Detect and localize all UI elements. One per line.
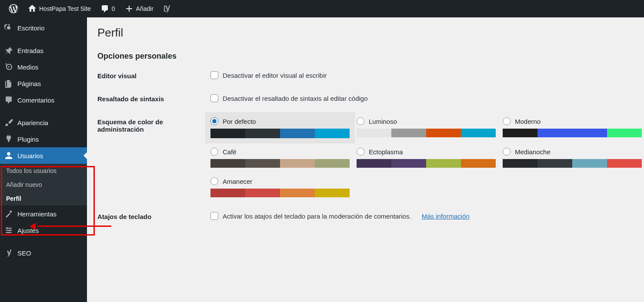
radio-input[interactable] [503, 148, 511, 156]
site-home-link[interactable]: HostPapa Test Site [23, 0, 95, 17]
color-swatches [503, 129, 642, 137]
wp-logo-button[interactable] [4, 0, 23, 17]
scheme-label: Luminoso [369, 118, 397, 125]
color-swatches [210, 159, 350, 168]
menu-label: Usuarios [17, 152, 43, 159]
label-shortcuts: Atajos de teclado [97, 212, 210, 220]
color-swatches [357, 159, 496, 168]
scheme-label: Ectoplasma [369, 148, 403, 156]
checkbox-label: Activar los atajos del teclado para la m… [223, 212, 411, 220]
menu-label: Plugins [17, 136, 39, 143]
scheme-sunrise[interactable]: Amanecer [210, 177, 350, 197]
color-swatches [210, 189, 350, 197]
yoast-link[interactable] [159, 0, 176, 17]
shortcuts-more-link[interactable]: Más información [422, 212, 470, 220]
color-swatches [503, 159, 642, 168]
row-syntax: Resaltado de sintaxis Desactivar el resa… [97, 94, 634, 103]
sliders-icon [4, 226, 13, 235]
comments-link[interactable]: 0 [96, 0, 120, 17]
menu-separator [0, 108, 87, 114]
menu-plugins[interactable]: Plugins [0, 131, 87, 147]
pin-icon [4, 46, 13, 55]
plugin-icon [4, 135, 13, 143]
wrench-icon [4, 209, 13, 218]
checkbox-row-shortcuts[interactable]: Activar los atajos del teclado para la m… [210, 212, 634, 220]
scheme-label: Amanecer [223, 178, 252, 185]
plus-icon [125, 4, 133, 13]
section-title-personal: Opciones personales [97, 52, 634, 61]
menu-label: Comentarios [17, 96, 54, 104]
menu-seo[interactable]: SEO [0, 245, 87, 261]
menu-settings[interactable]: Ajustes [0, 222, 87, 239]
color-scheme-grid: Por defecto Luminoso Moderno Café Ectopl… [210, 117, 642, 197]
media-icon [4, 63, 13, 71]
submenu-profile[interactable]: Perfil [0, 192, 87, 206]
checkbox-label: Desactivar el resaltado de sintaxis al e… [223, 95, 368, 102]
submenu-add-new-user[interactable]: Añadir nuevo [0, 178, 87, 192]
scheme-label: Medianoche [515, 148, 551, 156]
menu-label: Ajustes [17, 227, 39, 234]
comment-icon [4, 96, 13, 104]
scheme-ectoplasm[interactable]: Ectoplasma [357, 148, 496, 168]
add-new-link[interactable]: Añadir [120, 0, 158, 17]
users-submenu: Todos los usuarios Añadir nuevo Perfil [0, 164, 87, 206]
row-visual-editor: Editor visual Desactivar el editor visua… [97, 71, 634, 80]
menu-label: Herramientas [17, 210, 57, 218]
radio-input[interactable] [210, 117, 218, 125]
label-syntax: Resaltado de sintaxis [97, 94, 210, 103]
wordpress-icon [9, 4, 18, 13]
submenu-all-users[interactable]: Todos los usuarios [0, 164, 87, 178]
main-content: Perfil Opciones personales Editor visual… [87, 17, 644, 302]
checkbox-label: Desactivar el editor visual al escribir [223, 72, 327, 79]
radio-input[interactable] [357, 117, 364, 125]
checkbox-input[interactable] [210, 71, 218, 79]
label-visual-editor: Editor visual [97, 71, 210, 80]
svg-point-2 [7, 232, 9, 233]
menu-comments[interactable]: Comentarios [0, 92, 87, 108]
scheme-coffee[interactable]: Café [210, 148, 350, 168]
scheme-light[interactable]: Luminoso [357, 117, 496, 138]
checkbox-input[interactable] [210, 212, 218, 220]
page-title: Perfil [97, 26, 634, 40]
brush-icon [4, 118, 13, 127]
home-icon [28, 4, 37, 13]
menu-label: Apariencia [17, 119, 48, 126]
menu-label: Medios [17, 63, 38, 71]
menu-label: SEO [17, 249, 31, 257]
yoast-icon [163, 4, 172, 13]
page-icon [4, 79, 13, 88]
radio-input[interactable] [357, 148, 364, 156]
checkbox-row-syntax[interactable]: Desactivar el resaltado de sintaxis al e… [210, 94, 634, 102]
row-color-scheme: Esquema de color de administración Por d… [97, 117, 634, 197]
color-swatches [357, 129, 496, 137]
menu-posts[interactable]: Entradas [0, 42, 87, 59]
scheme-midnight[interactable]: Medianoche [503, 148, 642, 168]
yoast-icon [4, 249, 13, 257]
label-color-scheme: Esquema de color de administración [97, 117, 210, 133]
scheme-label: Por defecto [223, 118, 256, 125]
scheme-modern[interactable]: Moderno [503, 117, 642, 138]
comment-icon [100, 4, 109, 13]
menu-label: Entradas [17, 47, 43, 54]
scheme-default[interactable]: Por defecto [205, 112, 355, 143]
checkbox-input[interactable] [210, 94, 218, 102]
menu-users[interactable]: Usuarios [0, 147, 87, 164]
row-shortcuts: Atajos de teclado Activar los atajos del… [97, 212, 634, 220]
menu-pages[interactable]: Páginas [0, 75, 87, 92]
comments-count: 0 [112, 5, 115, 12]
menu-separator [0, 36, 87, 42]
menu-appearance[interactable]: Apariencia [0, 114, 87, 131]
menu-label: Páginas [17, 80, 41, 87]
checkbox-row-visual-editor[interactable]: Desactivar el editor visual al escribir [210, 71, 634, 79]
svg-point-0 [7, 227, 8, 229]
radio-input[interactable] [503, 117, 511, 125]
radio-input[interactable] [210, 177, 218, 185]
radio-input[interactable] [210, 148, 218, 156]
admin-bar: HostPapa Test Site 0 Añadir [0, 0, 644, 17]
svg-point-1 [9, 229, 11, 231]
menu-dashboard[interactable]: Escritorio [0, 20, 87, 36]
menu-tools[interactable]: Herramientas [0, 206, 87, 222]
scheme-label: Café [223, 148, 237, 156]
menu-media[interactable]: Medios [0, 59, 87, 75]
admin-sidebar: Escritorio Entradas Medios Páginas Comen… [0, 17, 87, 302]
